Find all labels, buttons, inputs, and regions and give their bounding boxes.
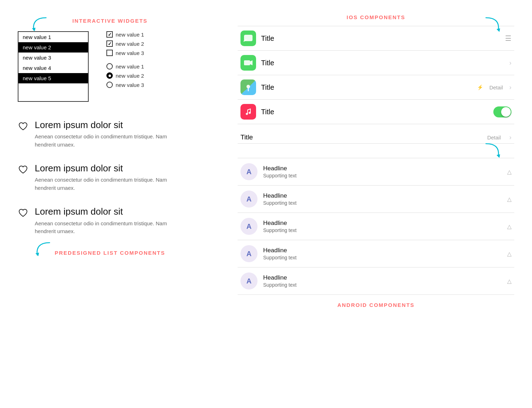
- arrow-ios-icon: [479, 14, 504, 35]
- checkboxes-radios-group: new value 1 new value 2 new value 3: [103, 31, 144, 102]
- list-item-title-2: Lorem ipsum dolor sit: [35, 163, 177, 174]
- list-item-text-2: Lorem ipsum dolor sit Aenean consectetur…: [35, 163, 177, 192]
- android-row-text-5: Headline Supporting text: [263, 274, 501, 288]
- android-avatar-1: A: [240, 163, 257, 180]
- interactive-widgets-section: INTERACTIVE WIDGETS new value 1 new valu…: [18, 18, 202, 102]
- left-panel: INTERACTIVE WIDGETS new value 1 new valu…: [0, 0, 220, 408]
- android-label-area: ANDROID COMPONENTS: [238, 302, 514, 308]
- android-row-text-3: Headline Supporting text: [263, 220, 501, 233]
- svg-marker-2: [497, 28, 500, 32]
- right-panel: IOS COMPONENTS Title: [220, 0, 532, 408]
- radio-label-3: new value 3: [116, 82, 144, 88]
- svg-point-5: [246, 85, 250, 88]
- android-row-3[interactable]: A Headline Supporting text △: [238, 213, 514, 240]
- music-app-icon: [240, 104, 256, 120]
- radio-item-3[interactable]: new value 3: [106, 82, 144, 88]
- android-headline-4: Headline: [263, 247, 501, 254]
- android-components-label: ANDROID COMPONENTS: [337, 302, 415, 308]
- android-avatar-4: A: [240, 245, 257, 262]
- ios-row-music[interactable]: Title: [238, 100, 514, 124]
- android-supporting-4: Supporting text: [263, 255, 501, 260]
- list-components-section: Lorem ipsum dolor sit Aenean consectetur…: [18, 120, 202, 236]
- checkbox-item-1[interactable]: new value 1: [106, 31, 144, 38]
- facetime-app-icon: [240, 55, 256, 71]
- list-item-component-1: Lorem ipsum dolor sit Aenean consectetur…: [18, 120, 202, 149]
- ios-list: Title ☰ Title ›: [238, 26, 514, 124]
- android-row-5[interactable]: A Headline Supporting text △: [238, 268, 514, 295]
- ios-row-facetime[interactable]: Title ›: [238, 51, 514, 75]
- title-label: Title: [240, 133, 480, 141]
- checkbox-2[interactable]: [106, 40, 113, 47]
- android-row-text-1: Headline Supporting text: [263, 165, 501, 178]
- arrow-top-left-icon: [28, 14, 50, 35]
- radio-3[interactable]: [106, 82, 113, 88]
- radio-label-2: new value 2: [116, 73, 144, 79]
- maps-app-icon: [240, 79, 256, 95]
- maps-chevron-icon: ›: [509, 84, 511, 91]
- android-more-icon-3: △: [507, 223, 511, 230]
- facetime-chevron-icon: ›: [509, 59, 511, 67]
- ios-title-area: IOS COMPONENTS: [238, 14, 514, 21]
- ios-row-title-facetime: Title: [261, 59, 504, 67]
- svg-rect-4: [244, 60, 250, 65]
- toggle-knob: [501, 107, 511, 117]
- android-supporting-5: Supporting text: [263, 282, 501, 288]
- listbox-item-3[interactable]: new value 3: [18, 53, 88, 63]
- radio-1[interactable]: [106, 63, 113, 70]
- android-row-text-4: Headline Supporting text: [263, 247, 501, 260]
- svg-marker-0: [32, 28, 35, 31]
- ios-row-title-music: Title: [261, 108, 488, 116]
- android-row-4[interactable]: A Headline Supporting text △: [238, 240, 514, 268]
- ios-toggle-music[interactable]: [493, 106, 511, 117]
- checkbox-item-3[interactable]: new value 3: [106, 50, 144, 56]
- listbox-item-2[interactable]: new value 2: [18, 42, 88, 53]
- ios-row-messages[interactable]: Title ☰: [238, 26, 514, 51]
- ios-components-label: IOS COMPONENTS: [347, 14, 405, 20]
- interactive-widgets-label: INTERACTIVE WIDGETS: [72, 18, 148, 24]
- list-item-desc-2: Aenean consectetur odio in condimentum t…: [35, 176, 177, 192]
- listbox-item-5[interactable]: new value 5: [18, 73, 88, 83]
- android-row-1[interactable]: A Headline Supporting text △: [238, 158, 514, 186]
- checkbox-label-3: new value 3: [116, 50, 144, 56]
- radio-2[interactable]: [106, 72, 113, 79]
- android-more-icon-1: △: [507, 169, 511, 175]
- messages-app-icon: [240, 31, 256, 46]
- android-avatar-3: A: [240, 218, 257, 235]
- android-row-text-2: Headline Supporting text: [263, 192, 501, 206]
- listbox-item-4[interactable]: new value 4: [18, 63, 88, 73]
- android-supporting-1: Supporting text: [263, 173, 501, 178]
- checkbox-3[interactable]: [106, 50, 113, 56]
- heart-icon-3: [18, 208, 28, 220]
- android-more-icon-4: △: [507, 250, 511, 257]
- list-item-text-1: Lorem ipsum dolor sit Aenean consectetur…: [35, 120, 177, 149]
- radio-group: new value 1 new value 2 new value 3: [106, 63, 144, 88]
- list-item-component-3: Lorem ipsum dolor sit Aenean consectetur…: [18, 206, 202, 235]
- list-item-title-1: Lorem ipsum dolor sit: [35, 120, 177, 131]
- listbox[interactable]: new value 1 new value 2 new value 3 new …: [18, 31, 89, 102]
- menu-icon: ☰: [505, 34, 511, 43]
- checkbox-label-1: new value 1: [116, 32, 144, 38]
- heart-icon-2: [18, 164, 28, 176]
- predesigned-label-area: PREDESIGNED LIST COMPONENTS: [18, 250, 202, 256]
- android-row-2[interactable]: A Headline Supporting text △: [238, 186, 514, 213]
- android-headline-3: Headline: [263, 220, 501, 227]
- list-item-desc-3: Aenean consectetur odio in condimentum t…: [35, 220, 177, 236]
- widgets-content: new value 1 new value 2 new value 3 new …: [18, 31, 202, 102]
- svg-marker-8: [497, 154, 500, 158]
- checkbox-group: new value 1 new value 2 new value 3: [106, 31, 144, 56]
- android-list: A Headline Supporting text △ A Headline …: [238, 158, 514, 295]
- checkbox-1[interactable]: [106, 31, 113, 38]
- android-headline-2: Headline: [263, 192, 501, 199]
- ios-row-maps[interactable]: Title ⚡ Detail ›: [238, 75, 514, 100]
- radio-item-2[interactable]: new value 2: [106, 72, 144, 79]
- arrow-bottom-left-icon: [32, 239, 53, 257]
- radio-item-1[interactable]: new value 1: [106, 63, 144, 70]
- list-item-component-2: Lorem ipsum dolor sit Aenean consectetur…: [18, 163, 202, 192]
- svg-marker-1: [35, 253, 39, 256]
- title-detail-chevron-icon: ›: [509, 134, 511, 141]
- ios-row-title-messages: Title: [261, 34, 500, 43]
- android-more-icon-5: △: [507, 278, 511, 285]
- ios-row-title-maps: Title: [261, 83, 472, 92]
- checkbox-item-2[interactable]: new value 2: [106, 40, 144, 47]
- checkbox-label-2: new value 2: [116, 41, 144, 47]
